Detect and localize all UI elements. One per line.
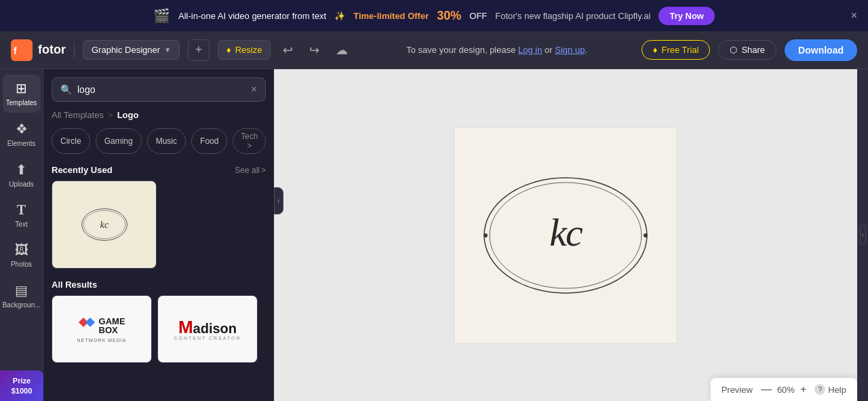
logo-text: fotor (38, 43, 66, 57)
help-button[interactable]: ? Help (814, 384, 846, 395)
help-icon: ? (814, 384, 825, 395)
tag-food[interactable]: Food (191, 128, 227, 154)
search-clear-icon[interactable]: × (251, 83, 257, 96)
sidebar-item-templates[interactable]: ⊞ Templates (3, 75, 41, 113)
banner-off-text: OFF (469, 11, 487, 21)
free-trial-label: Free Trial (662, 45, 699, 55)
backgrounds-label: Backgroun... (2, 301, 40, 309)
all-results-grid: GAME BOX NETWORK MEDIA M adison CONTENT … (43, 292, 274, 366)
redo-button[interactable]: ↪ (305, 40, 323, 60)
left-sidebar-wrapper: ⊞ Templates ❖ Elements ⬆ Uploads T Text … (0, 69, 43, 401)
all-results-title: All Results (52, 280, 97, 290)
canvas-design: kc (454, 127, 677, 344)
add-design-button[interactable]: + (188, 39, 210, 61)
search-box: 🔍 × (52, 77, 266, 102)
share-label: Share (741, 45, 765, 55)
breadcrumb-root[interactable]: All Templates (52, 110, 104, 120)
tag-music[interactable]: Music (147, 128, 186, 154)
search-input[interactable] (77, 84, 245, 95)
signup-link[interactable]: Sign up (555, 45, 585, 55)
breadcrumb: All Templates > Logo (43, 107, 274, 123)
recently-used-header: Recently Used See all > (43, 159, 274, 178)
share-button[interactable]: ⬡ Share (718, 40, 776, 60)
or-text: or (545, 45, 553, 55)
right-scroll-button[interactable]: ‹ (860, 225, 866, 245)
templates-icon: ⊞ (16, 80, 27, 96)
fotor-logo-icon: f (11, 39, 33, 61)
elements-label: Elements (7, 140, 36, 148)
result-template-gamebox[interactable]: GAME BOX NETWORK MEDIA (52, 295, 152, 363)
chevron-down-icon: ▼ (164, 46, 171, 54)
free-trial-button[interactable]: ♦ Free Trial (642, 40, 711, 60)
elements-icon: ❖ (16, 121, 28, 137)
tag-gaming[interactable]: Gaming (96, 128, 142, 154)
canvas-area[interactable]: kc Preview — 60% + ? Help (274, 69, 857, 401)
banner-flagship-text: Fotor's new flagship AI product Clipfly.… (495, 11, 650, 21)
help-label: Help (828, 385, 846, 395)
design-type-button[interactable]: Graphic Designer ▼ (83, 40, 180, 60)
photos-label: Photos (11, 261, 32, 269)
result-template-madison[interactable]: M adison CONTENT CREATOR (157, 295, 258, 363)
zoom-level: 60% (777, 385, 795, 395)
banner-sparkle: ✨ (334, 11, 345, 21)
logo-area[interactable]: f fotor (11, 39, 66, 61)
top-banner: 🎬 All-in-one AI video generator from tex… (0, 0, 868, 31)
backgrounds-icon: ▤ (15, 282, 28, 299)
download-button[interactable]: Download (785, 39, 857, 61)
banner-offer-label: Time-limited Offer (353, 11, 429, 21)
recently-used-title: Recently Used (52, 165, 113, 175)
zoom-out-button[interactable]: — (761, 383, 772, 396)
sidebar-item-uploads[interactable]: ⬆ Uploads (3, 156, 41, 194)
text-icon: T (17, 202, 26, 218)
svg-text:kc: kc (100, 219, 109, 230)
svg-text:f: f (14, 45, 17, 56)
zoom-in-button[interactable]: + (800, 383, 806, 396)
right-sidebar: ‹ (857, 69, 868, 401)
tag-circle[interactable]: Circle (52, 128, 90, 154)
resize-icon: ♦ (226, 45, 231, 55)
panel-collapse-button[interactable]: ‹ (274, 187, 283, 214)
tag-more-button[interactable]: Tech > (233, 128, 266, 154)
sidebar-item-photos[interactable]: 🖼 Photos (3, 237, 41, 274)
save-prompt: To save your design, please Log in or Si… (360, 45, 633, 55)
see-all-label: See all (235, 166, 260, 175)
main-content: ⊞ Templates ❖ Elements ⬆ Uploads T Text … (0, 69, 868, 401)
zoom-control: — 60% + (761, 383, 806, 396)
banner-try-now-button[interactable]: Try Now (658, 7, 715, 25)
sidebar-item-backgrounds[interactable]: ▤ Backgroun... (3, 277, 41, 315)
see-all-button[interactable]: See all > (235, 166, 266, 175)
breadcrumb-current: Logo (117, 110, 139, 120)
prize-line1: Prize (3, 376, 41, 385)
recently-used-grid: kc (43, 178, 274, 274)
svg-point-10 (644, 233, 648, 237)
svg-text:kc: kc (549, 210, 583, 254)
main-header: f fotor Graphic Designer ▼ + ♦ Resize ↩ … (0, 31, 868, 69)
templates-label: Templates (6, 99, 37, 107)
gamebox-logo-preview: GAME BOX NETWORK MEDIA (72, 311, 132, 348)
login-link[interactable]: Log in (518, 45, 542, 55)
save-text: To save your design, please (406, 45, 515, 55)
share-icon: ⬡ (730, 45, 737, 55)
sidebar-item-text[interactable]: T Text (3, 197, 41, 234)
sidebar-item-elements[interactable]: ❖ Elements (3, 115, 41, 153)
gamebox-diamond-icon (77, 316, 96, 335)
prize-badge[interactable]: Prize $1000 (0, 370, 43, 401)
kc-logo-svg-small: kc (77, 204, 132, 245)
madison-logo-preview: M adison CONTENT CREATOR (168, 313, 246, 346)
see-all-icon: > (261, 166, 266, 175)
recently-used-template-1[interactable]: kc (52, 180, 157, 269)
banner-video-icon: 🎬 (153, 7, 170, 24)
tags-row: Circle Gaming Music Food Tech > (43, 123, 274, 159)
banner-close-icon[interactable]: × (851, 9, 857, 22)
free-trial-icon: ♦ (653, 45, 658, 55)
bottom-bar: Preview — 60% + ? Help (711, 377, 857, 401)
undo-button[interactable]: ↩ (279, 40, 297, 60)
header-divider (74, 42, 75, 58)
preview-button[interactable]: Preview (722, 385, 753, 395)
templates-panel: 🔍 × All Templates > Logo Circle Gaming M… (43, 69, 274, 401)
prize-line2: $1000 (3, 386, 41, 396)
save-cloud-button[interactable]: ☁ (332, 40, 352, 60)
photos-icon: 🖼 (15, 242, 28, 258)
breadcrumb-separator: > (108, 110, 113, 120)
resize-button[interactable]: ♦ Resize (218, 40, 271, 60)
